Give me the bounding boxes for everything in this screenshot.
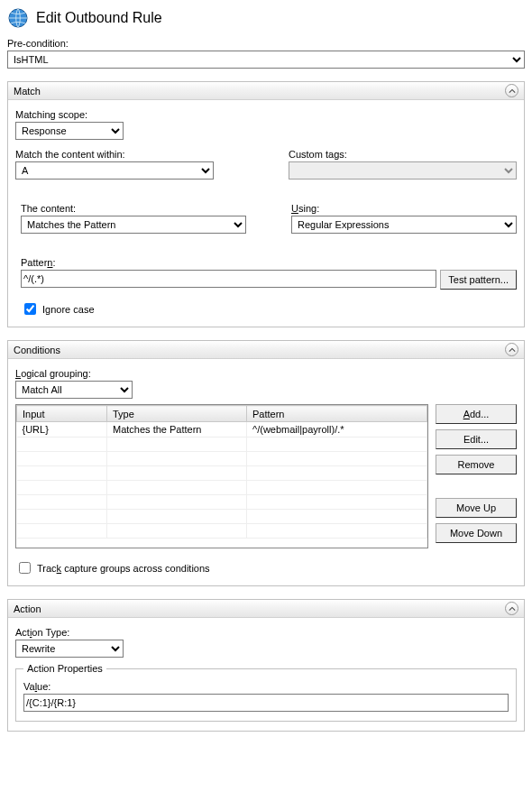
- precondition-section: Pre-condition: IsHTML: [7, 38, 525, 69]
- action-type-label: Action Type:: [15, 627, 517, 638]
- pattern-input[interactable]: [21, 270, 436, 288]
- action-panel-header: Action: [8, 600, 524, 618]
- match-panel-title: Match: [14, 86, 41, 97]
- action-panel: Action Action Type: Rewrite Action Prope…: [7, 599, 525, 732]
- page-title: Edit Outbound Rule: [36, 10, 162, 26]
- custom-tags-label: Custom tags:: [289, 149, 517, 160]
- content-select[interactable]: Matches the Pattern: [21, 216, 246, 234]
- using-label: Using:: [291, 203, 517, 214]
- col-type[interactable]: Type: [107, 406, 247, 422]
- match-panel: Match Matching scope: Response Match the…: [7, 81, 525, 327]
- action-panel-title: Action: [14, 603, 41, 614]
- content-label: The content:: [21, 203, 246, 214]
- table-row[interactable]: [17, 437, 427, 452]
- table-row[interactable]: [17, 452, 427, 466]
- action-value-input[interactable]: [23, 694, 509, 712]
- match-panel-header: Match: [8, 82, 524, 100]
- col-pattern[interactable]: Pattern: [247, 406, 427, 422]
- table-row[interactable]: [17, 524, 427, 539]
- track-capture-label: Track capture groups across conditions: [37, 563, 210, 574]
- table-row[interactable]: {URL} Matches the Pattern ^/(webmail|pay…: [17, 422, 427, 437]
- add-button[interactable]: Add...: [436, 404, 517, 424]
- page-header: Edit Outbound Rule: [7, 7, 525, 29]
- chevron-up-icon: [509, 605, 516, 612]
- precondition-label: Pre-condition:: [7, 38, 525, 49]
- ignore-case-checkbox[interactable]: [24, 303, 36, 315]
- chevron-up-icon: [509, 87, 516, 95]
- action-properties-group: Action Properties Value:: [15, 663, 517, 722]
- move-down-button[interactable]: Move Down: [436, 523, 517, 543]
- col-input[interactable]: Input: [17, 406, 107, 422]
- chevron-up-icon: [509, 346, 516, 354]
- action-type-select[interactable]: Rewrite: [15, 640, 124, 658]
- custom-tags-select[interactable]: [289, 161, 517, 180]
- conditions-panel-title: Conditions: [14, 345, 60, 355]
- action-value-label: Value:: [23, 681, 509, 692]
- content-within-select[interactable]: A: [15, 161, 214, 180]
- content-within-label: Match the content within:: [15, 149, 243, 160]
- table-row[interactable]: [17, 510, 427, 524]
- precondition-select[interactable]: IsHTML: [7, 51, 525, 69]
- logical-grouping-label: Logical grouping:: [15, 368, 517, 379]
- pattern-label: Pattern:: [21, 257, 517, 268]
- conditions-panel: Conditions Logical grouping: Match All I…: [7, 340, 525, 586]
- test-pattern-button[interactable]: Test pattern...: [440, 270, 517, 290]
- conditions-table[interactable]: Input Type Pattern {URL} Matches the Pat…: [15, 404, 428, 548]
- using-select[interactable]: Regular Expressions: [291, 216, 517, 234]
- move-up-button[interactable]: Move Up: [436, 498, 517, 518]
- remove-button[interactable]: Remove: [436, 455, 517, 474]
- conditions-buttons: Add... Edit... Remove Move Up Move Down: [436, 404, 517, 548]
- table-row[interactable]: [17, 481, 427, 495]
- collapse-button[interactable]: [505, 602, 518, 615]
- track-capture-checkbox[interactable]: [19, 562, 31, 574]
- action-properties-legend: Action Properties: [23, 663, 106, 674]
- collapse-button[interactable]: [505, 84, 518, 97]
- matching-scope-label: Matching scope:: [15, 109, 517, 120]
- edit-button[interactable]: Edit...: [436, 429, 517, 449]
- matching-scope-select[interactable]: Response: [15, 122, 124, 140]
- collapse-button[interactable]: [505, 343, 518, 356]
- conditions-panel-header: Conditions: [8, 341, 524, 359]
- table-row[interactable]: [17, 495, 427, 510]
- ignore-case-label: Ignore case: [42, 304, 95, 315]
- table-row[interactable]: [17, 466, 427, 481]
- globe-icon: [7, 7, 29, 29]
- logical-grouping-select[interactable]: Match All: [15, 381, 133, 399]
